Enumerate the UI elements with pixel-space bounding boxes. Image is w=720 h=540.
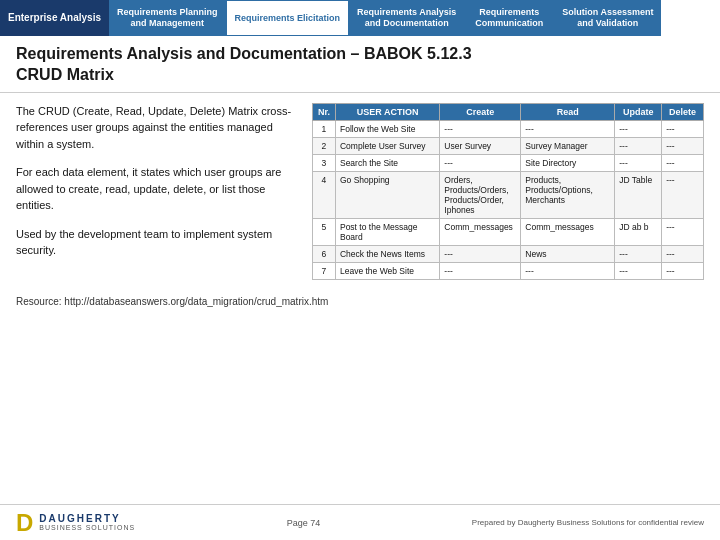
table-cell: --- (662, 120, 704, 137)
description-text: The CRUD (Create, Read, Update, Delete) … (16, 103, 296, 280)
table-cell: --- (615, 120, 662, 137)
table-row: 3Search the Site---Site Directory------ (313, 154, 704, 171)
table-cell: 1 (313, 120, 336, 137)
table-cell: User Survey (440, 137, 521, 154)
paragraph-2: For each data element, it states which u… (16, 164, 296, 214)
table-cell: --- (521, 262, 615, 279)
table-row: 4Go ShoppingOrders, Products/Orders, Pro… (313, 171, 704, 218)
col-header-action: USER ACTION (335, 103, 439, 120)
table-cell: Go Shopping (335, 171, 439, 218)
table-cell: Post to the Message Board (335, 218, 439, 245)
table-cell: --- (662, 262, 704, 279)
nav-elicitation[interactable]: Requirements Elicitation (226, 0, 350, 36)
footer: D DAUGHERTY BUSINESS SOLUTIONS Page 74 P… (0, 504, 720, 540)
table-cell: --- (440, 154, 521, 171)
table-cell: 2 (313, 137, 336, 154)
page-title-bar: Requirements Analysis and Documentation … (0, 36, 720, 93)
table-header-row: Nr. USER ACTION Create Read Update Delet… (313, 103, 704, 120)
table-cell: Follow the Web Site (335, 120, 439, 137)
prepared-by: Prepared by Daugherty Business Solutions… (472, 518, 704, 527)
logo-d-letter: D (16, 509, 33, 537)
table-cell: --- (615, 245, 662, 262)
page-title: Requirements Analysis and Documentation … (16, 44, 704, 86)
table-cell: --- (662, 154, 704, 171)
page-number: Page 74 (287, 518, 321, 528)
table-row: 1Follow the Web Site------------ (313, 120, 704, 137)
table-cell: JD Table (615, 171, 662, 218)
nav-communication[interactable]: Requirements Communication (464, 0, 554, 36)
table-cell: Check the News Items (335, 245, 439, 262)
nav-enterprise[interactable]: Enterprise Analysis (0, 0, 109, 36)
col-header-update: Update (615, 103, 662, 120)
table-cell: --- (615, 154, 662, 171)
table-cell: News (521, 245, 615, 262)
table-cell: --- (521, 120, 615, 137)
company-logo: D DAUGHERTY BUSINESS SOLUTIONS (16, 509, 135, 537)
nav-planning[interactable]: Requirements Planning and Management (109, 0, 226, 36)
main-content: The CRUD (Create, Read, Update, Delete) … (0, 93, 720, 290)
table-cell: --- (662, 218, 704, 245)
table-cell: --- (440, 120, 521, 137)
table-cell: 6 (313, 245, 336, 262)
crud-matrix-table: Nr. USER ACTION Create Read Update Delet… (312, 103, 704, 280)
table-cell: --- (615, 262, 662, 279)
table-cell: --- (662, 171, 704, 218)
col-header-nr: Nr. (313, 103, 336, 120)
logo-text-block: DAUGHERTY BUSINESS SOLUTIONS (39, 513, 135, 532)
col-header-delete: Delete (662, 103, 704, 120)
nav-analysis[interactable]: Requirements Analysis and Documentation (349, 0, 464, 36)
resource-reference: Resource: http://databaseanswers.org/dat… (0, 290, 720, 313)
table-row: 6Check the News Items---News------ (313, 245, 704, 262)
table-row: 7Leave the Web Site------------ (313, 262, 704, 279)
table-cell: Search the Site (335, 154, 439, 171)
logo-company-sub: BUSINESS SOLUTIONS (39, 524, 135, 532)
table-cell: --- (440, 245, 521, 262)
table-cell: Site Directory (521, 154, 615, 171)
table-cell: Leave the Web Site (335, 262, 439, 279)
table-cell: Comm_messages (521, 218, 615, 245)
table-cell: 4 (313, 171, 336, 218)
col-header-read: Read (521, 103, 615, 120)
table-cell: Orders, Products/Orders, Products/Order,… (440, 171, 521, 218)
logo-company-name: DAUGHERTY (39, 513, 135, 524)
table-cell: JD ab b (615, 218, 662, 245)
table-cell: Survey Manager (521, 137, 615, 154)
paragraph-3: Used by the development team to implemen… (16, 226, 296, 259)
table-row: 2Complete User SurveyUser SurveySurvey M… (313, 137, 704, 154)
crud-table-container: Nr. USER ACTION Create Read Update Delet… (312, 103, 704, 280)
nav-solution[interactable]: Solution Assessment and Validation (554, 0, 661, 36)
table-cell: 3 (313, 154, 336, 171)
table-cell: 7 (313, 262, 336, 279)
table-cell: 5 (313, 218, 336, 245)
table-row: 5Post to the Message BoardComm_messagesC… (313, 218, 704, 245)
table-cell: Products, Products/Options, Merchants (521, 171, 615, 218)
table-cell: --- (440, 262, 521, 279)
table-cell: Comm_messages (440, 218, 521, 245)
paragraph-1: The CRUD (Create, Read, Update, Delete) … (16, 103, 296, 153)
table-cell: --- (615, 137, 662, 154)
table-cell: --- (662, 137, 704, 154)
col-header-create: Create (440, 103, 521, 120)
top-navigation: Enterprise Analysis Requirements Plannin… (0, 0, 720, 36)
table-cell: Complete User Survey (335, 137, 439, 154)
table-cell: --- (662, 245, 704, 262)
